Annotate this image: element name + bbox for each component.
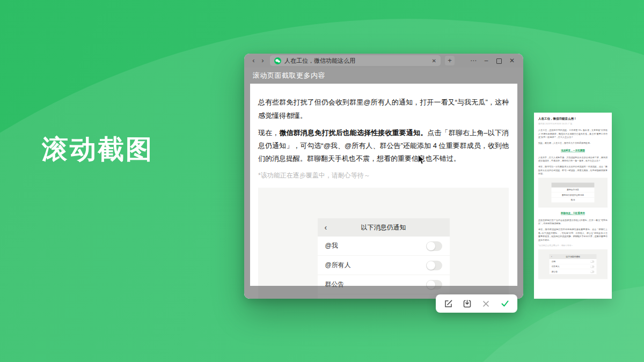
article-paragraph-1: 总有些群免打扰了但仍会收到群里@所有人的通知，打开一看又“与我无瓜”，这种感觉懂…: [258, 95, 509, 122]
tab-title: 人在工位，微信功能这么用: [284, 57, 429, 65]
preview-sheet-row: 删除本次发送的全部消息: [551, 193, 594, 198]
browser-tab[interactable]: 人在工位，微信功能这么用 ✕: [270, 55, 441, 66]
browser-titlebar: ‹ › 人在工位，微信功能这么用 ✕ + ⋯ – ✕: [244, 54, 523, 68]
mouse-cursor-icon: [418, 154, 425, 165]
article-note: *该功能正在逐步覆盖中，请耐心等待～: [258, 171, 509, 180]
toggle-off-icon: [590, 270, 595, 273]
back-button[interactable]: ‹: [249, 54, 258, 68]
window-close-icon[interactable]: ✕: [506, 54, 518, 68]
article-paragraph-2: 现在，微信群消息免打扰后也能选择性接收重要通知。点击「群聊右上角–以下消息仍通知…: [258, 127, 509, 165]
preview-paragraph: 人在工位，总有回不完的消息。工作群里 99+ 条未读，又常常被“@所有人”的通知…: [538, 129, 608, 139]
preview-paragraph: 现在，微信可以一次性删除本次发送的全部消息啦！长按消息，点击「删除本次发送的全部…: [538, 165, 608, 176]
preview-embedded-screenshot-2: ‹ 以下消息仍通知 @我 @所有人 群公告: [538, 249, 608, 279]
settings-row-at-all: @所有人: [318, 256, 450, 275]
capture-overlay-top: 滚动页面截取更多内容: [244, 68, 523, 84]
browser-window: ‹ › 人在工位，微信功能这么用 ✕ + ⋯ – ✕ 总有些群免打扰: [244, 54, 523, 299]
settings-header: ‹ 以下消息仍通知: [318, 218, 450, 237]
back-chevron-icon: ‹: [325, 223, 327, 232]
preview-action-sheet: 删除该条消息 删除本次发送的全部消息 取消: [551, 183, 594, 203]
toggle-off-icon: [590, 260, 595, 263]
minimize-icon[interactable]: –: [480, 54, 493, 68]
edit-icon: [444, 299, 453, 308]
back-chevron-icon: ‹: [551, 255, 552, 258]
wechat-favicon-icon: [274, 57, 281, 64]
more-menu-icon[interactable]: ⋯: [467, 54, 480, 68]
settings-row-at-me: @我: [318, 237, 450, 256]
new-tab-button[interactable]: +: [445, 56, 455, 65]
preview-settings-card: ‹ 以下消息仍通知 @我 @所有人 群公告: [550, 254, 597, 275]
check-icon: [500, 299, 510, 308]
confirm-button[interactable]: [499, 297, 511, 310]
toggle-off-icon: [426, 241, 442, 251]
toggle-off-icon: [590, 265, 595, 268]
preview-sheet-cancel: 取消: [551, 198, 594, 203]
preview-note: *该功能正在逐步覆盖中，请耐心等待～: [538, 244, 608, 247]
preview-paragraph: 现在，微信群消息免打扰后也能选择性接收重要通知。点击「群聊右上角–以下消息仍通知…: [538, 228, 608, 242]
settings-card: ‹ 以下消息仍通知 @我 @所有人 群公告: [318, 188, 450, 299]
capture-overlay-right: [517, 84, 523, 299]
edit-button[interactable]: [442, 297, 455, 310]
capture-overlay-left: [244, 84, 250, 299]
cancel-button[interactable]: [480, 297, 493, 310]
preview-article-title: 人在工位，微信功能这么用！: [538, 116, 608, 121]
page-viewport: 总有些群免打扰了但仍会收到群里@所有人的通知，打开一看又“与我无瓜”，这种感觉懂…: [244, 68, 523, 299]
preview-embedded-screenshot-1: 删除该条消息 删除本次发送的全部消息 取消: [538, 178, 608, 208]
preview-paragraph: 人有失手，打工人难免手滑。大段消息刚发出去就发现发错了群，尴尬得想当场消失，手速…: [538, 156, 608, 162]
tab-close-icon[interactable]: ✕: [432, 58, 436, 64]
preview-paragraph: 总有些群免打扰了但仍会收到群里@所有人的通知，打开一看又“与我无瓜”，这种感觉懂…: [538, 218, 608, 225]
close-icon: [481, 299, 491, 308]
forward-button[interactable]: ›: [258, 54, 267, 68]
preview-section-heading-2: 群聊信息，只听重要的: [538, 212, 608, 216]
settings-title: 以下消息仍通知: [318, 223, 450, 232]
screenshot-toolbar: [436, 294, 517, 313]
preview-article-meta: 微信派 2023年10月30日 16:25 广东: [538, 122, 608, 125]
article-content: 总有些群免打扰了但仍会收到群里@所有人的通知，打开一看又“与我无瓜”，这种感觉懂…: [244, 68, 523, 299]
window-controls: ⋯ – ✕: [467, 54, 518, 68]
embedded-screenshot: ‹ 以下消息仍通知 @我 @所有人 群公告: [258, 188, 509, 299]
download-icon: [463, 299, 472, 308]
preview-sheet-header: [551, 183, 594, 188]
preview-paragraph: 别急，最近啊，人在工位，微信这几个功能必须用起来。: [538, 142, 608, 145]
preview-section-heading-1: 消息错发，一次性删除: [538, 149, 608, 153]
preview-sheet-row: 删除该条消息: [551, 188, 594, 193]
capture-overlay-label: 滚动页面截取更多内容: [253, 71, 325, 80]
maximize-icon[interactable]: [493, 54, 506, 68]
promo-background: 滚动截图 ‹ › 人在工位，微信功能这么用 ✕ + ⋯ – ✕: [0, 0, 644, 362]
page-preview-thumbnail: 人在工位，微信功能这么用！ 微信派 2023年10月30日 16:25 广东 人…: [534, 113, 612, 299]
hero-title: 滚动截图: [42, 132, 153, 167]
toggle-off-icon: [426, 261, 442, 270]
download-button[interactable]: [460, 297, 473, 310]
